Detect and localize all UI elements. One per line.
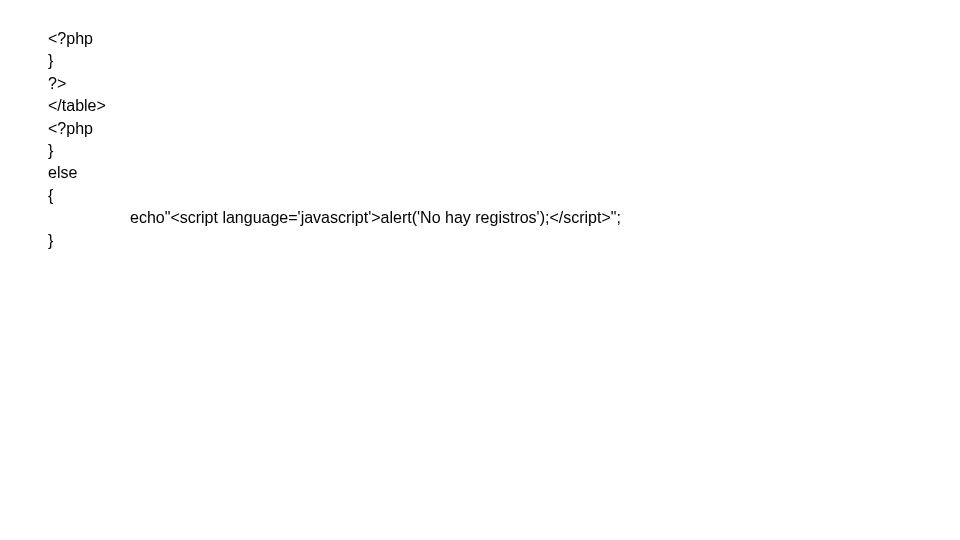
code-line-7: else: [48, 162, 960, 184]
code-line-4: </table>: [48, 95, 960, 117]
code-line-6: }: [48, 140, 960, 162]
code-line-5: <?php: [48, 118, 960, 140]
code-line-9: echo"<script language='javascript'>alert…: [48, 207, 960, 229]
code-line-8: {: [48, 185, 960, 207]
code-line-3: ?>: [48, 73, 960, 95]
code-line-10: }: [48, 230, 960, 252]
code-line-1: <?php: [48, 28, 960, 50]
code-line-2: }: [48, 50, 960, 72]
